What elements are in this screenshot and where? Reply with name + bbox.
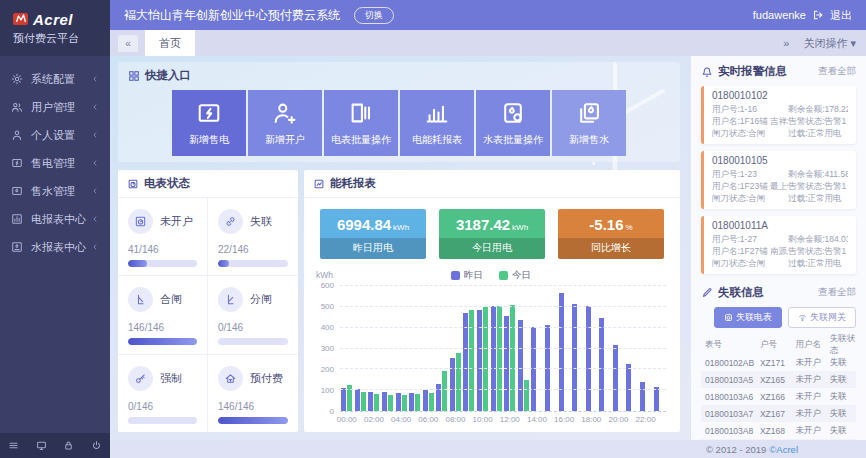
collapse-menu-icon[interactable]	[8, 440, 19, 451]
status-cell-disconnected: 失联22/146	[208, 198, 298, 276]
legend-item-今日[interactable]: 今日	[499, 269, 531, 282]
monitor-icon[interactable]	[36, 440, 47, 451]
alarm-bell-icon	[701, 66, 713, 78]
y-tick-label: 0	[330, 407, 334, 416]
bar-group-14:00	[530, 286, 544, 411]
quick-button-label: 水表批量操作	[483, 133, 543, 147]
offline-table-row: 01800102ABXZ171未开户失联	[701, 354, 856, 371]
alarm-detail-right: 剩余金额:178.22	[788, 103, 848, 115]
bar-昨日	[572, 304, 577, 411]
alarm-detail-right: 过载:正常用电	[788, 192, 848, 204]
meter-status-icon	[127, 178, 139, 190]
bar-group-22:00	[639, 286, 653, 411]
power-icon	[91, 440, 102, 451]
status-progress	[128, 417, 197, 424]
bar-今日	[483, 307, 488, 411]
home-pay-icon	[224, 372, 237, 385]
bar-group-15:00	[544, 286, 558, 411]
bar-今日	[374, 394, 379, 411]
bar-昨日	[504, 316, 509, 411]
offline-gateway-button[interactable]: 失联网关	[788, 307, 856, 328]
status-cell-switch-open: 分闸0/146	[208, 276, 298, 354]
meter-status-title: 电表状态	[144, 176, 190, 191]
drop-copy-icon	[576, 100, 602, 126]
bar-今日	[415, 394, 420, 411]
energy-report-icon	[313, 178, 325, 190]
sidebar-item-personal-settings[interactable]: 个人设置	[0, 121, 110, 149]
power-off-icon[interactable]	[91, 440, 102, 451]
sidebar-item-system-config[interactable]: 系统配置	[0, 65, 110, 93]
bar-昨日	[559, 293, 564, 411]
sidebar-item-electric-sale-management[interactable]: 售电管理	[0, 149, 110, 177]
sidebar-item-user-management[interactable]: 用户管理	[0, 93, 110, 121]
gear-icon	[11, 73, 23, 85]
status-label: 未开户	[160, 214, 193, 229]
platform-subtitle: 预付费云平台	[13, 31, 110, 46]
chevron-left-icon	[91, 215, 99, 223]
tab-home[interactable]: 首页	[145, 30, 195, 56]
tabs-scroll-right-icon[interactable]: »	[783, 37, 789, 49]
offline-panel-title: 失联信息	[718, 285, 764, 300]
bar-group-00:00	[340, 286, 354, 411]
bar-group-06:00	[421, 286, 435, 411]
offline-cell: 失联	[830, 425, 856, 437]
meter-status-panel: 电表状态 未开户41/146失联22/146合闸146/146分闸0/146强制…	[118, 170, 298, 432]
status-label: 强制	[160, 371, 182, 386]
quick-button-meter-batch-operations[interactable]: 电表批量操作	[324, 90, 398, 156]
alarm-card[interactable]: 0180010105用户号:1-23剩余金额:411.58用户名:1F23铺 最…	[701, 151, 856, 209]
alarm-card[interactable]: 0180010102用户号:1-16剩余金额:178.22用户名:1F16铺 吉…	[701, 86, 856, 144]
legend-item-昨日[interactable]: 昨日	[451, 269, 483, 282]
bar-group-17:00	[571, 286, 585, 411]
status-count: 0/146	[128, 401, 197, 412]
alarm-card[interactable]: 018001011A用户号:1-27剩余金额:184.03用户名:1F27铺 南…	[701, 216, 856, 274]
gridline	[340, 389, 666, 390]
footer: © 2012 - 2019 ©Acrel	[110, 440, 866, 458]
alarm-detail-right: 剩余金额:411.58	[788, 168, 848, 180]
meter-icon	[134, 215, 147, 228]
bar-group-09:00	[462, 286, 476, 411]
bar-group-04:00	[394, 286, 408, 411]
tabs-scroll-left-icon[interactable]: «	[118, 35, 138, 52]
offline-cell: 失联	[830, 408, 856, 420]
alarm-detail-left: 闸刀状态:合闸	[712, 127, 788, 139]
y-tick-label: 300	[321, 344, 334, 353]
bar-昨日	[626, 364, 631, 412]
offline-view-all-link[interactable]: 查看全部	[818, 286, 856, 299]
x-tick-label: 10:00	[473, 415, 493, 424]
caret-down-icon: ▾	[850, 37, 856, 49]
x-tick-label: 22:00	[636, 415, 656, 424]
quick-button-water-meter-batch-operations[interactable]: 水表批量操作	[476, 90, 550, 156]
alarm-detail-left: 用户名:1F23铺 最上饭的餐	[712, 180, 788, 192]
logout-icon[interactable]	[812, 9, 824, 21]
sidebar-item-water-sale-management[interactable]: 售水管理	[0, 177, 110, 205]
logout-button[interactable]: 退出	[830, 8, 852, 23]
sidebar-item-electric-report-center[interactable]: 电报表中心	[0, 205, 110, 233]
alarm-detail-right: 告警状态:告警1	[788, 180, 848, 192]
alarm-detail-row: 用户号:1-23剩余金额:411.58	[712, 168, 848, 180]
quick-button-energy-consumption-report[interactable]: 电能耗报表	[400, 90, 474, 156]
alarm-view-all-link[interactable]: 查看全部	[818, 65, 856, 78]
x-tick-label: 16:00	[554, 415, 574, 424]
sidebar-item-label: 电报表中心	[31, 212, 86, 227]
energy-bar-chart: kWh 昨日今日 0100200300400500600 00:0002:000…	[312, 269, 670, 437]
copyright-brand-link[interactable]: ©Acrel	[769, 444, 798, 455]
quick-button-add-account[interactable]: 新增开户	[248, 90, 322, 156]
bar-group-05:00	[408, 286, 422, 411]
bar-昨日	[654, 387, 659, 411]
copyright-text: © 2012 - 2019	[706, 444, 766, 455]
switch-project-button[interactable]: 切换	[354, 7, 394, 24]
quick-button-add-water-sale[interactable]: 新增售水	[552, 90, 626, 156]
home-pay-icon	[218, 366, 243, 391]
quick-button-add-electric-sale[interactable]: 新增售电	[172, 90, 246, 156]
water-gear-icon	[500, 100, 526, 126]
offline-table-row: 01800103A8XZ168未开户失联	[701, 422, 856, 439]
switch-on-icon	[128, 287, 153, 312]
offline-cell: 未开户	[796, 374, 830, 386]
lock-screen-icon[interactable]	[63, 440, 74, 451]
sidebar-item-water-report-center[interactable]: 水报表中心	[0, 233, 110, 261]
offline-meter-button[interactable]: 失联电表	[714, 307, 782, 328]
close-operations-dropdown[interactable]: 关闭操作 ▾	[803, 36, 856, 51]
bar-昨日	[341, 388, 346, 411]
offline-cell: 未开户	[796, 357, 830, 369]
status-label: 合闸	[160, 292, 182, 307]
